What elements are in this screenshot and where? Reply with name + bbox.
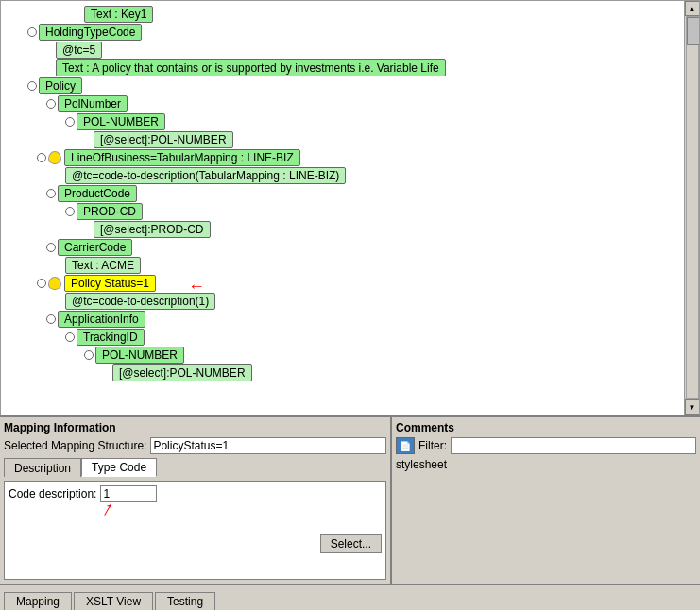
tree-node-attccode1: @tc=code-to-description(1) [9,293,676,310]
bulb-icon-policystatus [48,277,61,290]
tree-node-polnumberval: POL-NUMBER [9,113,676,130]
tree-node-textkey1: Text : Key1 [9,6,676,23]
node-polnumberval2[interactable]: POL-NUMBER [95,347,184,364]
node-attc5[interactable]: @tc=5 [56,42,102,59]
arrow-to-policystatus: ← [188,277,205,297]
node-policy[interactable]: Policy [39,77,82,94]
node-polnumber[interactable]: PolNumber [58,95,128,112]
code-desc-label: Code description: [9,487,96,500]
circle-polnumberval2[interactable] [84,350,94,360]
tab-description[interactable]: Description [4,458,81,477]
circle-prodcd[interactable] [65,207,75,216]
select-button[interactable]: Select... [320,534,382,553]
circle-policy[interactable] [27,81,37,91]
filter-input[interactable] [451,437,696,454]
tabs-row: Description Type Code [4,458,386,477]
tree-node-lineofbusiness: LineOfBusiness=TabularMapping : LINE-BIZ [9,149,676,166]
comments-panel-title: Comments [396,421,696,434]
comments-filter-row: 📄 Filter: [396,437,696,454]
node-selectpolnumber2[interactable]: [@select]:POL-NUMBER [112,364,252,381]
selected-mapping-label: Selected Mapping Structure: [4,439,146,452]
tree-node-applicationinfo: ApplicationInfo [9,311,676,328]
node-holdingtypecode[interactable]: HoldingTypeCode [39,24,142,41]
node-selectpolnumber[interactable]: [@select]:POL-NUMBER [94,131,233,148]
node-textpolicy[interactable]: Text : A policy that contains or is supp… [56,59,446,76]
circle-holdingtypecode[interactable] [27,27,37,37]
tree-node-attc5: @tc=5 [9,42,676,59]
filter-label: Filter: [418,439,447,452]
node-polnumberval[interactable]: POL-NUMBER [77,113,165,130]
tree-node-trackingid: TrackingID [9,329,676,346]
node-carriercode[interactable]: CarrierCode [58,239,132,256]
bottom-tabs: Mapping XSLT View Testing [0,584,700,610]
tab-content-typecode: Code description: ↑ Select... [4,481,386,580]
tree-node-polnumber: PolNumber [9,95,676,112]
tree-scrollbar[interactable]: ▲ ▼ [684,1,699,415]
tree-node-textpolicy: Text : A policy that contains or is supp… [9,59,676,76]
circle-carriercode[interactable] [46,243,56,252]
tree-node-selectpolnumber2: [@select]:POL-NUMBER [9,364,676,381]
comments-panel: Comments 📄 Filter: stylesheet [392,417,700,584]
circle-applicationinfo[interactable] [46,314,56,324]
mapping-panel: Mapping Information Selected Mapping Str… [0,417,392,584]
stylesheet-text: stylesheet [396,458,696,471]
mapping-panel-title: Mapping Information [4,421,386,434]
tree-node-policy: Policy [9,77,676,94]
node-textacme[interactable]: Text : ACME [65,257,141,274]
scroll-track[interactable] [686,16,699,399]
bottom-tab-xsltview[interactable]: XSLT View [74,592,153,610]
tree-node-productcode: ProductCode [9,185,676,202]
bottom-tab-mapping[interactable]: Mapping [4,592,72,610]
tree-node-policystatus: Policy Status=1 ← [9,275,676,292]
code-desc-row: Code description: [9,485,382,502]
scroll-thumb[interactable] [687,17,700,45]
tree-content: Text : Key1 HoldingTypeCode @tc=5 Text :… [1,1,684,415]
tab-typecode[interactable]: Type Code [81,458,157,477]
node-textkey1[interactable]: Text : Key1 [84,6,153,23]
selected-mapping-row: Selected Mapping Structure: [4,437,386,454]
node-attccode[interactable]: @tc=code-to-description(TabularMapping :… [65,167,346,184]
tree-node-textacme: Text : ACME [9,257,676,274]
tree-node-attccode: @tc=code-to-description(TabularMapping :… [9,167,676,184]
circle-trackingid[interactable] [65,332,75,342]
circle-policystatus[interactable] [37,279,46,288]
bottom-panels: Mapping Information Selected Mapping Str… [0,415,700,584]
tree-node-prodcd: PROD-CD [9,203,676,220]
bottom-tab-testing[interactable]: Testing [155,592,215,610]
selected-mapping-input[interactable] [150,437,386,454]
main-container: Text : Key1 HoldingTypeCode @tc=5 Text :… [0,0,700,610]
tree-node-carriercode: CarrierCode [9,239,676,256]
tree-node-holdingtypecode: HoldingTypeCode [9,24,676,41]
tree-area: Text : Key1 HoldingTypeCode @tc=5 Text :… [0,0,700,415]
circle-lineofbusiness[interactable] [37,153,46,162]
node-policystatus[interactable]: Policy Status=1 [64,275,156,292]
tree-node-selectprodcd: [@select]:PROD-CD [9,221,676,238]
node-trackingid[interactable]: TrackingID [77,329,145,346]
bulb-icon-lineofbusiness [48,151,61,164]
circle-productcode[interactable] [46,189,56,198]
node-prodcd[interactable]: PROD-CD [77,203,143,220]
node-applicationinfo[interactable]: ApplicationInfo [58,311,145,328]
tree-node-selectpolnumber: [@select]:POL-NUMBER [9,131,676,148]
comments-doc-icon: 📄 [396,437,415,454]
circle-polnumber[interactable] [46,99,56,109]
scroll-up-btn[interactable]: ▲ [685,1,700,16]
scroll-down-btn[interactable]: ▼ [685,399,700,415]
circle-polnumberval[interactable] [65,117,75,127]
tree-node-polnumberval2: POL-NUMBER [9,347,676,364]
node-selectprodcd[interactable]: [@select]:PROD-CD [94,221,211,238]
node-productcode[interactable]: ProductCode [58,185,137,202]
node-lineofbusiness[interactable]: LineOfBusiness=TabularMapping : LINE-BIZ [64,149,300,166]
